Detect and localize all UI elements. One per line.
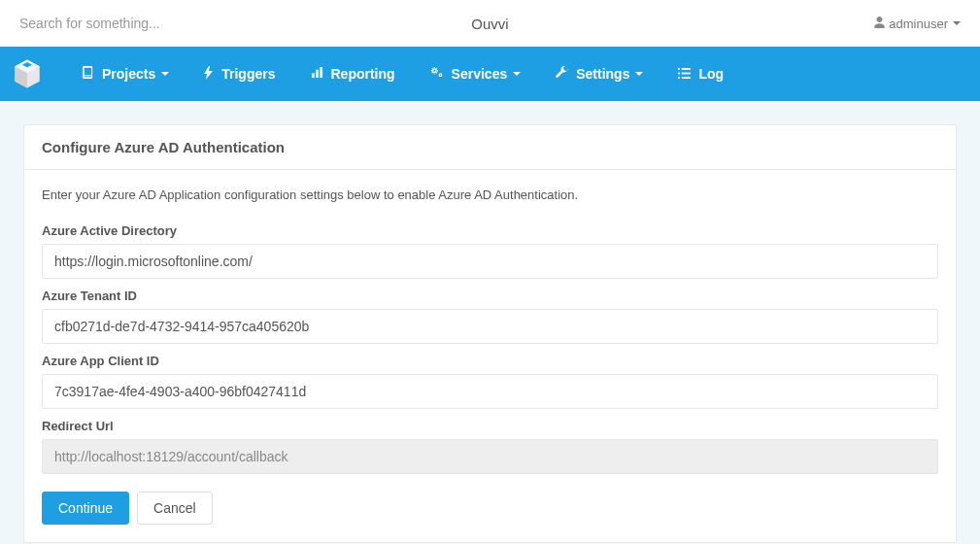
svg-rect-10 [682,68,691,70]
aad-input[interactable] [42,244,938,279]
nav-label: Services [452,66,508,82]
nav-log[interactable]: Log [662,58,739,89]
tenant-input[interactable] [42,309,938,344]
aad-label: Azure Active Directory [42,223,938,238]
nav-projects[interactable]: Projects [66,58,185,89]
svg-point-7 [432,69,436,73]
search-input[interactable] [19,16,311,31]
svg-rect-12 [682,72,691,74]
nav-triggers[interactable]: Triggers [188,58,290,90]
svg-rect-11 [679,72,681,74]
client-input[interactable] [42,374,938,409]
redirect-label: Redirect Url [42,419,938,433]
book-icon [82,66,94,82]
list-icon [678,67,691,82]
username-label: adminuser [889,17,948,31]
chevron-down-icon [953,21,961,25]
nav-label: Settings [576,66,629,82]
svg-rect-14 [682,77,691,79]
nav-label: Log [698,66,724,82]
cancel-button[interactable]: Cancel [137,492,213,525]
chevron-down-icon [161,72,169,76]
user-menu[interactable]: adminuser [874,17,961,31]
svg-rect-5 [316,70,319,78]
nav-settings[interactable]: Settings [540,58,659,89]
chart-icon [311,66,323,82]
continue-button[interactable]: Continue [42,492,129,525]
nav-label: Triggers [221,66,275,82]
wrench-icon [556,66,568,82]
cogs-icon [430,66,444,82]
nav-reporting[interactable]: Reporting [295,58,411,89]
svg-rect-6 [320,67,322,78]
config-panel: Configure Azure AD Authentication Enter … [23,124,957,543]
svg-rect-9 [679,68,681,70]
intro-text: Enter your Azure AD Application configur… [42,187,938,202]
brand-title: Ouvvi [471,16,508,32]
user-icon [874,17,885,31]
nav-label: Reporting [331,66,395,82]
nav-services[interactable]: Services [415,58,537,89]
chevron-down-icon [513,72,521,76]
page-title: Configure Azure AD Authentication [42,139,938,155]
app-logo[interactable] [0,47,54,101]
client-label: Azure App Client ID [42,354,938,368]
chevron-down-icon [635,72,643,76]
redirect-input [42,439,938,474]
svg-rect-4 [311,73,314,78]
bolt-icon [204,66,214,83]
svg-rect-13 [679,77,681,79]
svg-point-8 [439,74,442,77]
nav-label: Projects [102,66,155,82]
tenant-label: Azure Tenant ID [42,289,938,303]
